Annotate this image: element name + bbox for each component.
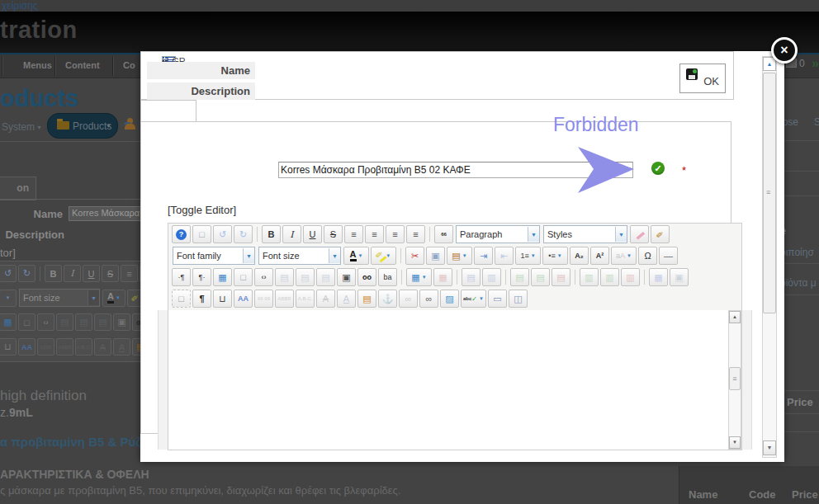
cell-properties-button[interactable]: ▥ bbox=[482, 268, 501, 286]
split-cells-button[interactable]: ▣ bbox=[670, 268, 689, 286]
modal-scrollbar[interactable]: ▲ ≡ ▼ bbox=[762, 56, 777, 458]
scroll-down-icon[interactable]: ▼ bbox=[729, 436, 741, 449]
toolbar-separator bbox=[401, 270, 402, 285]
align-justify-button[interactable]: ≡ bbox=[406, 225, 425, 243]
layer-button[interactable]: ▭ bbox=[488, 290, 507, 308]
editor-scrollbar[interactable]: ▲ ≡ ▼ bbox=[728, 310, 741, 450]
rtl-button[interactable]: ¶· bbox=[192, 268, 211, 286]
delete-table-button[interactable]: ▦ bbox=[433, 268, 452, 286]
undo-button[interactable]: ↺ bbox=[213, 225, 232, 243]
source-code-button: ‹› bbox=[37, 313, 54, 331]
tab-el-gr[interactable]: el-GR bbox=[140, 100, 196, 121]
modal-scrollbar-thumb[interactable]: ≡ bbox=[763, 73, 776, 313]
anchor-button[interactable]: ⚓ bbox=[378, 290, 397, 308]
spellcheck-button[interactable]: abc✓▼ bbox=[461, 290, 486, 308]
unlink-button[interactable]: ∞ bbox=[399, 290, 418, 308]
paste-button[interactable]: ▤▼ bbox=[447, 247, 472, 265]
superscript-button[interactable]: A² bbox=[590, 247, 609, 265]
source-code-button[interactable]: ‹› bbox=[254, 268, 273, 286]
visual-chars-button[interactable]: AA bbox=[234, 290, 253, 308]
cleanup-button[interactable]: ✏ bbox=[651, 225, 670, 243]
italic-button[interactable]: I bbox=[282, 225, 301, 243]
delete-column-button[interactable]: ▥ bbox=[621, 268, 640, 286]
translation-modal: × OK Forbidden el-GR Name Description ✓ … bbox=[140, 51, 784, 462]
abbreviation-button[interactable]: ABBR bbox=[275, 290, 294, 308]
new-document-button[interactable]: □ bbox=[192, 225, 211, 243]
text-color-button[interactable]: A▼ bbox=[343, 247, 369, 265]
row-properties-button[interactable]: ▤ bbox=[462, 268, 481, 286]
cut-button[interactable]: ✂ bbox=[405, 247, 424, 265]
scroll-down-icon[interactable]: ▼ bbox=[763, 440, 776, 455]
ltr-button[interactable]: ·¶ bbox=[172, 268, 191, 286]
bullet-list-button[interactable]: •≡▼ bbox=[542, 247, 568, 265]
doc-props-button: ▤ bbox=[56, 313, 73, 331]
editor-content[interactable]: ▲ ≡ ▼ bbox=[168, 310, 742, 450]
insert-row-before-button[interactable]: ▤ bbox=[510, 268, 529, 286]
row-properties-icon: ▤ bbox=[466, 272, 475, 283]
nonbreaking-button[interactable]: ⊔ bbox=[213, 290, 232, 308]
print-icon: ▣ bbox=[117, 317, 125, 327]
insert-column-after-button[interactable]: ▥ bbox=[600, 268, 619, 286]
font-size-select-label: Font size bbox=[23, 293, 60, 303]
toolbar-separator bbox=[644, 270, 645, 285]
visual-aid-button[interactable]: □ bbox=[172, 290, 191, 308]
toggle-editor-link[interactable]: [Toggle Editor] bbox=[168, 204, 236, 216]
ok-button[interactable]: OK bbox=[679, 64, 726, 93]
insert-column-before-button[interactable]: ▥ bbox=[580, 268, 599, 286]
show-blocks-button[interactable]: ¶ bbox=[192, 290, 211, 308]
remove-format-button[interactable]: ▬ bbox=[630, 225, 649, 243]
doc-list-button[interactable]: ▤ bbox=[316, 268, 335, 286]
scroll-up-icon[interactable]: ▲ bbox=[729, 311, 741, 323]
subscript-button[interactable]: A₂ bbox=[570, 247, 589, 265]
help-button[interactable]: ? bbox=[172, 225, 191, 243]
horizontal-rule-icon: — bbox=[664, 251, 673, 261]
special-char-button[interactable]: Ω bbox=[638, 247, 657, 265]
horizontal-rule-button[interactable]: — bbox=[659, 247, 678, 265]
outdent-button[interactable]: ⇤ bbox=[495, 247, 514, 265]
top-strip bbox=[0, 0, 819, 12]
div-button[interactable]: ◫ bbox=[509, 290, 528, 308]
numbered-list-button[interactable]: 1≡▼ bbox=[515, 247, 541, 265]
attributes-button[interactable]: ▤ bbox=[357, 290, 376, 308]
find-replace-button[interactable]: ba bbox=[378, 268, 397, 286]
doc-check-button[interactable]: ▤ bbox=[296, 268, 315, 286]
align-left-button[interactable]: ≡ bbox=[344, 225, 363, 243]
inserted-text-button[interactable]: A bbox=[337, 290, 356, 308]
case-change-button[interactable]: aA▼ bbox=[611, 247, 637, 265]
doc-props-button[interactable]: ▤ bbox=[275, 268, 294, 286]
delete-row-button[interactable]: ▤ bbox=[552, 268, 570, 286]
align-center-button[interactable]: ≡ bbox=[365, 225, 384, 243]
font-family-select[interactable]: Font family▼ bbox=[173, 247, 255, 265]
spellcheck-icon: abc bbox=[463, 296, 471, 301]
link-button[interactable]: ∞ bbox=[419, 290, 438, 308]
print-button[interactable]: ▣ bbox=[337, 268, 356, 286]
styles-select[interactable]: Styles▼ bbox=[543, 225, 627, 243]
preview-button[interactable]: ▦ bbox=[213, 268, 232, 286]
blockquote-button[interactable]: 66 bbox=[434, 225, 453, 243]
redo-button[interactable]: ↻ bbox=[234, 225, 253, 243]
find-button[interactable]: oo bbox=[357, 268, 376, 286]
highlight-color-button[interactable]: ✏▼ bbox=[371, 247, 396, 265]
deleted-text-button[interactable]: A bbox=[316, 290, 335, 308]
acronym-button[interactable]: A.B.C. bbox=[296, 290, 315, 308]
merge-cells-button[interactable]: ▦ bbox=[649, 268, 668, 286]
citation-button[interactable]: 66 99 bbox=[254, 290, 273, 308]
insert-table-button[interactable]: ▦▼ bbox=[406, 268, 432, 286]
align-right-button[interactable]: ≡ bbox=[386, 225, 405, 243]
insert-row-after-button[interactable]: ▤ bbox=[531, 268, 550, 286]
image-button[interactable]: ▨ bbox=[440, 290, 459, 308]
admin-header-title: tration bbox=[0, 16, 78, 44]
paragraph-select[interactable]: Paragraph▼ bbox=[456, 225, 540, 243]
close-icon[interactable]: × bbox=[771, 37, 798, 64]
indent-button[interactable]: ⇥ bbox=[474, 247, 493, 265]
underline-button[interactable]: U bbox=[303, 225, 322, 243]
copy-button[interactable]: ▣ bbox=[426, 247, 445, 265]
editor-scrollbar-thumb[interactable]: ≡ bbox=[729, 367, 741, 390]
green-chevron-icon: » bbox=[812, 56, 819, 71]
abbreviation-button: ABBR bbox=[56, 338, 73, 356]
citation-icon: 6699 bbox=[40, 345, 51, 350]
doc-search-button[interactable]: □ bbox=[234, 268, 253, 286]
strikethrough-button[interactable]: S bbox=[324, 225, 343, 243]
font-size-select[interactable]: Font size▼ bbox=[258, 247, 341, 265]
bold-button[interactable]: B bbox=[262, 225, 281, 243]
